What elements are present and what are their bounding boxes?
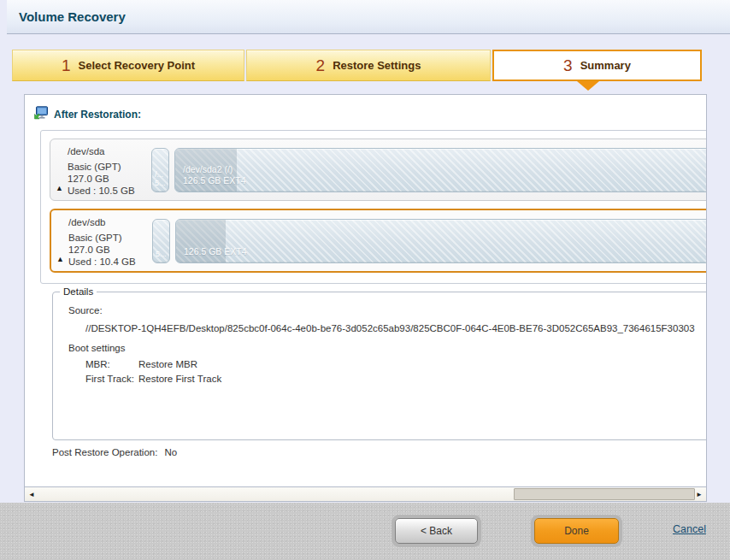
disk-list: ▲ /dev/sda Basic (GPT) 127.0 GB Used : 1…	[40, 130, 707, 284]
partition-label: 126.5 GB EXT4	[184, 246, 247, 257]
disk-size: 127.0 GB	[68, 173, 135, 185]
mbr-row: MBR: Restore MBR	[85, 359, 707, 369]
partition-main[interactable]: 126.5 GB EXT4	[175, 219, 707, 263]
step-label: Summary	[580, 59, 631, 72]
step-tab-summary[interactable]: 3 Summary	[492, 50, 702, 81]
scroll-left-button[interactable]: ◄	[26, 487, 38, 501]
disk-layout: Basic (GPT)	[68, 232, 136, 244]
step-number: 3	[563, 56, 573, 75]
step-tab-select-recovery-point[interactable]: 1 Select Recovery Point	[12, 50, 244, 81]
source-label: Source:	[68, 305, 707, 315]
step-number: 1	[62, 56, 71, 75]
first-track-label: First Track:	[85, 374, 138, 384]
active-tab-pointer	[577, 81, 599, 91]
disk-device: /dev/sda	[68, 145, 135, 157]
source-path: //DESKTOP-1QH4EFB/Desktop/825cbc0f-064c-…	[85, 323, 707, 333]
window-header: Volume Recovery	[7, 0, 730, 34]
partition-boot[interactable]: /... 5...	[151, 148, 169, 192]
partition-label: /... 5...	[155, 170, 166, 187]
disk-row-sdb[interactable]: ▲ /dev/sdb Basic (GPT) 127.0 GB Used : 1…	[50, 209, 707, 273]
summary-panel: After Restoration: ▲ /dev/sda Basic (GPT…	[24, 94, 707, 502]
wizard-steps-bar: 1 Select Recovery Point 2 Restore Settin…	[12, 50, 702, 81]
step-label: Select Recovery Point	[79, 59, 196, 72]
mbr-value: Restore MBR	[138, 359, 197, 369]
scroll-right-button[interactable]: ►	[693, 487, 705, 501]
post-restore-value: No	[164, 447, 177, 457]
disk-info: /dev/sda Basic (GPT) 127.0 GB Used : 10.…	[68, 145, 135, 197]
step-number: 2	[316, 56, 326, 75]
page-title: Volume Recovery	[19, 9, 126, 24]
post-restore-label: Post Restore Operation:	[52, 447, 157, 457]
boot-settings-label: Boot settings	[68, 343, 707, 353]
first-track-value: Restore First Track	[138, 374, 221, 384]
back-button[interactable]: < Back	[395, 518, 478, 544]
volume-recovery-window: Volume Recovery 1 Select Recovery Point …	[0, 0, 730, 560]
partition-label: /dev/sda2 (/) 126.5 GB EXT4	[183, 164, 246, 186]
step-label: Restore Settings	[333, 59, 421, 72]
footer-bar	[0, 503, 730, 560]
first-track-row: First Track: Restore First Track	[85, 374, 707, 384]
restore-computer-icon	[33, 106, 49, 123]
partition-boot[interactable]: 5...	[152, 219, 170, 263]
details-legend: Details	[60, 286, 97, 297]
disk-layout: Basic (GPT)	[68, 161, 135, 173]
partition-label: 5...	[156, 250, 167, 258]
disk-device: /dev/sdb	[68, 216, 136, 228]
done-button[interactable]: Done	[534, 518, 619, 544]
up-arrow-icon: ▲	[56, 184, 63, 192]
disk-row-sda[interactable]: ▲ /dev/sda Basic (GPT) 127.0 GB Used : 1…	[50, 139, 707, 201]
after-restoration-label: After Restoration:	[54, 109, 141, 121]
step-tab-restore-settings[interactable]: 2 Restore Settings	[246, 50, 491, 81]
disk-used: Used : 10.4 GB	[68, 256, 136, 268]
post-restore-operation: Post Restore Operation:No	[52, 447, 177, 457]
up-arrow-icon: ▲	[56, 255, 64, 263]
horizontal-scrollbar[interactable]: ◄ ►	[25, 486, 706, 501]
mbr-label: MBR:	[85, 359, 138, 369]
disk-size: 127.0 GB	[68, 244, 136, 256]
details-fieldset: Details Source: //DESKTOP-1QH4EFB/Deskto…	[52, 286, 707, 440]
disk-info: /dev/sdb Basic (GPT) 127.0 GB Used : 10.…	[68, 216, 136, 268]
disk-used: Used : 10.5 GB	[68, 185, 135, 197]
partition-main[interactable]: /dev/sda2 (/) 126.5 GB EXT4	[174, 148, 707, 192]
scrollbar-thumb[interactable]	[514, 488, 695, 500]
after-restoration-header: After Restoration:	[33, 106, 141, 123]
cancel-link[interactable]: Cancel	[673, 523, 706, 535]
